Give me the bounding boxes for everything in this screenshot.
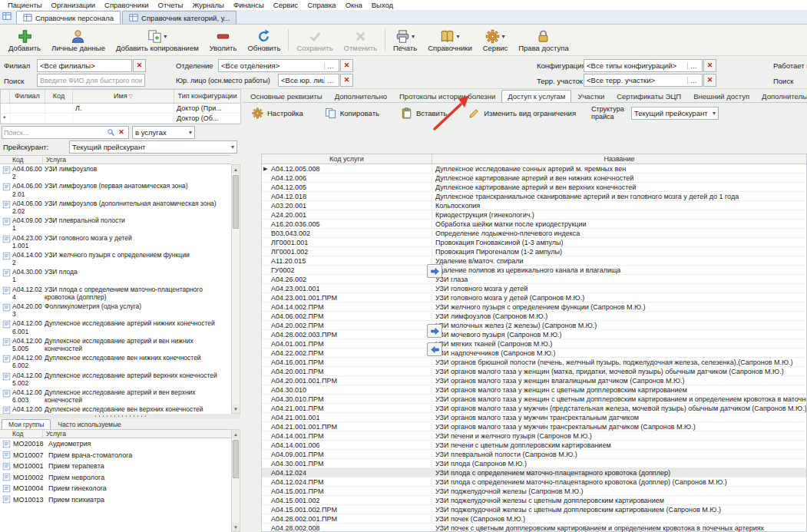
menu-item[interactable]: Журналы bbox=[187, 1, 229, 9]
toolbar-button[interactable]: Уволить bbox=[204, 26, 243, 54]
service-tree-item[interactable]: A04.12.006.002Дуплексное исследование ве… bbox=[0, 353, 231, 370]
group-service-item[interactable]: MO10004Прием гинеколога bbox=[0, 483, 231, 494]
service-row[interactable]: A04.21.001.001УЗИ органов малого таза у … bbox=[262, 413, 806, 422]
services-toolbar-button[interactable]: Копировать bbox=[322, 106, 382, 121]
transfer-left-button[interactable] bbox=[427, 342, 442, 356]
menu-item[interactable]: Финансы bbox=[229, 1, 269, 9]
document-tab[interactable]: Справочник категорий, у... bbox=[122, 11, 236, 24]
services-toolbar-button[interactable]: Вставить bbox=[398, 106, 450, 121]
transfer-right-button[interactable] bbox=[427, 324, 442, 338]
service-tree-item[interactable]: A04.12.006.001Дуплексное исследование ар… bbox=[0, 319, 231, 335]
ellipsis-button[interactable]: … bbox=[324, 62, 336, 70]
detail-tab[interactable]: Протоколы истории болезни bbox=[393, 90, 501, 102]
service-row[interactable]: A04.28.002.001.ПРМУЗИ почек (Сапронов М.… bbox=[262, 514, 806, 524]
groups-tab[interactable]: Мои группы bbox=[2, 419, 51, 429]
service-row[interactable]: A04.20.001.ПРМУЗИ органов малого таза у … bbox=[262, 367, 806, 376]
service-row[interactable]: A04.20.001.001.ПРМУЗИ органов малого таз… bbox=[262, 376, 806, 385]
group-service-item[interactable]: MO10002Прием невролога bbox=[0, 472, 231, 484]
service-tree-item[interactable]: A04.12.024УЗИ плода с определением маточ… bbox=[0, 285, 231, 302]
service-row[interactable]: A11.20.015Удаление в/маточ. спирали bbox=[262, 256, 806, 266]
ellipsis-button[interactable]: … bbox=[324, 77, 336, 84]
scroll-down-icon[interactable]: ▼ bbox=[232, 405, 240, 413]
service-row[interactable]: A04.21.001.001.ПРМУЗИ органов малого таз… bbox=[262, 422, 806, 431]
scroll-thumb[interactable] bbox=[233, 175, 239, 229]
menu-item[interactable]: Выход bbox=[367, 1, 398, 9]
service-row[interactable]: A04.01.001.ПРМУЗИ мягких тканей (Сапроно… bbox=[262, 339, 806, 349]
service-row[interactable]: A04.30.001.ПРМУЗИ плода (Сапронов М.Ю.) bbox=[262, 459, 806, 468]
detail-tab[interactable]: Доступ к услугам bbox=[501, 90, 571, 102]
toolbar-button[interactable]: Личные данные bbox=[46, 26, 111, 54]
document-tab[interactable]: Справочник персонала bbox=[16, 11, 121, 24]
service-row[interactable]: A16.20.036.005Обработка шейки матки посл… bbox=[262, 220, 806, 229]
menu-item[interactable]: Справка bbox=[303, 1, 340, 9]
groups-tab[interactable]: Часто используемые bbox=[51, 419, 127, 429]
menu-item[interactable]: Сервис bbox=[269, 1, 303, 9]
service-tree-item[interactable]: A04.12.005.002Дуплексное исследование ар… bbox=[0, 371, 231, 388]
service-row[interactable]: A04.23.001.001.ПРМУЗИ головного мозга у … bbox=[262, 293, 806, 302]
service-row[interactable]: A04.14.001.ПРМУЗИ печени и желчного пузы… bbox=[262, 431, 806, 441]
territory-filter-combo[interactable]: <Все терр. участки>… bbox=[584, 74, 703, 87]
legal-entity-filter-combo[interactable]: <Все юр. лица>… bbox=[278, 74, 339, 87]
service-row[interactable]: A04.28.002.008УЗИ почек с цветным доппле… bbox=[262, 524, 806, 532]
scroll-up-icon[interactable]: ▲ bbox=[232, 430, 240, 438]
service-row[interactable]: A04.06.002.ПРМУЗИ лимфоузлов (Сапронов М… bbox=[262, 312, 806, 321]
toolbar-button[interactable]: ▾Печать bbox=[388, 26, 422, 54]
service-row[interactable]: A04.14.002.ПРМУЗИ желчного пузыря с опре… bbox=[262, 302, 806, 312]
service-tree-item[interactable]: A04.12.005.005Дуплексное исследование ар… bbox=[0, 336, 231, 353]
ellipsis-button[interactable]: … bbox=[687, 62, 700, 70]
service-row[interactable]: A04.15.001.002.ПРМУЗИ поджелудочной желе… bbox=[262, 505, 806, 514]
menu-item[interactable]: Справочники bbox=[100, 1, 154, 9]
detail-tab[interactable]: Сертификаты ЭЦП bbox=[610, 90, 687, 102]
services-toolbar-button[interactable]: Настройка bbox=[249, 106, 306, 121]
scroll-down-icon[interactable]: ▼ bbox=[232, 523, 240, 531]
service-row[interactable]: A03.20.001Кольпоскопия bbox=[262, 201, 806, 210]
service-tree-item[interactable]: A04.23.001.001УЗИ головного мозга у дете… bbox=[0, 233, 231, 250]
menu-item[interactable]: Пациенты bbox=[3, 1, 47, 9]
toolbar-button[interactable]: Добавить bbox=[3, 26, 46, 54]
service-row[interactable]: A04.21.001.ПРМУЗИ органов малого таза у … bbox=[262, 404, 806, 413]
configuration-filter-clear-button[interactable]: ✕ bbox=[703, 59, 716, 72]
services-toolbar-button[interactable]: Изменить вид ограничения bbox=[465, 106, 579, 121]
price-structure-combo[interactable]: Текущий прейскурант▾ bbox=[631, 107, 719, 120]
service-tree-item[interactable]: A04.06.002УЗИ лимфоузлов bbox=[0, 164, 231, 181]
search-scope-combo[interactable]: в услугах▾ bbox=[132, 126, 195, 139]
service-row[interactable]: A04.12.005Дуплексное картирование артери… bbox=[262, 183, 806, 192]
detail-tab[interactable]: Внешний доступ bbox=[687, 90, 756, 102]
menu-item[interactable]: Отчеты bbox=[154, 1, 188, 9]
ellipsis-button[interactable]: … bbox=[687, 77, 700, 84]
service-row[interactable]: A04.30.010.ПРМУЗИ органов малого таза у … bbox=[262, 395, 806, 404]
service-row[interactable]: A04.15.001.002УЗИ поджелудочной железы с… bbox=[262, 496, 806, 505]
clear-search-icon[interactable]: ✕ bbox=[116, 129, 127, 136]
scroll-thumb[interactable] bbox=[233, 440, 239, 478]
service-tree-item[interactable]: A04.06.002.02УЗИ лимфоузлов (дополнитель… bbox=[0, 199, 231, 216]
service-tree-item[interactable]: A04.06.002.01УЗИ лимфоузлов (первая анат… bbox=[0, 181, 231, 198]
toolbar-button[interactable]: ▾Добавить копированием bbox=[111, 26, 204, 54]
service-tree-item[interactable]: A04.12.006.003Дуплексное исследование ар… bbox=[0, 388, 231, 405]
service-row[interactable]: ▶A04.12.005.008Дуплексное исследование с… bbox=[262, 164, 806, 173]
groups-scrollbar[interactable]: ▲ ▼ bbox=[231, 429, 240, 532]
legal-entity-filter-clear-button[interactable]: ✕ bbox=[340, 74, 353, 87]
toolbar-button[interactable]: ▾Сервис bbox=[478, 26, 514, 54]
toolbar-button[interactable]: ▾Справочники bbox=[422, 26, 478, 54]
service-tree-item[interactable]: A04.12.005.004Дуплексное исследование ве… bbox=[0, 405, 231, 414]
detail-tab[interactable]: Дополнительные параметры bbox=[756, 90, 807, 102]
branch-filter-combo[interactable]: <Все филиалы> bbox=[37, 59, 132, 72]
service-row[interactable]: A04.09.001.ПРМУЗИ плевральной полости (С… bbox=[262, 450, 806, 459]
group-service-item[interactable]: MO20018Аудиометрия bbox=[0, 438, 231, 450]
pricelist-combo[interactable]: Текущий прейскурант▾ bbox=[69, 140, 237, 154]
transfer-right-button[interactable] bbox=[427, 264, 442, 278]
tree-scrollbar[interactable]: ▲ ▼ bbox=[231, 164, 240, 414]
service-row[interactable]: ЛГ0001.002Провокация Пирогеналом (1-2 ам… bbox=[262, 247, 806, 256]
service-row[interactable]: A04.14.001.006УЗИ печени с цветным доппл… bbox=[262, 441, 806, 450]
service-row[interactable]: A04.22.002.ПРМУЗИ надпочечников (Сапроно… bbox=[262, 349, 806, 358]
service-row[interactable]: A04.16.001.ПРМУЗИ органов брюшной полост… bbox=[262, 358, 806, 367]
menu-item[interactable]: Организации bbox=[47, 1, 100, 9]
service-tree-item[interactable]: A04.09.001УЗИ плевральной полости bbox=[0, 216, 231, 233]
service-row[interactable]: A04.12.024.ПРМУЗИ плода с определением м… bbox=[262, 477, 806, 487]
detail-tab[interactable]: Дополнительно bbox=[329, 90, 393, 102]
configuration-filter-combo[interactable]: <Все типы конфигураций>… bbox=[584, 59, 703, 72]
menu-item[interactable]: Окна bbox=[341, 1, 367, 9]
service-row[interactable]: B03.043.002Определение лодыжечно-плечево… bbox=[262, 229, 806, 238]
service-tree-item[interactable]: A04.20.003Фолликулометрия (одна услуга) bbox=[0, 302, 231, 319]
service-row[interactable]: A04.12.018Дуплексное транскраниальное ск… bbox=[262, 192, 806, 201]
